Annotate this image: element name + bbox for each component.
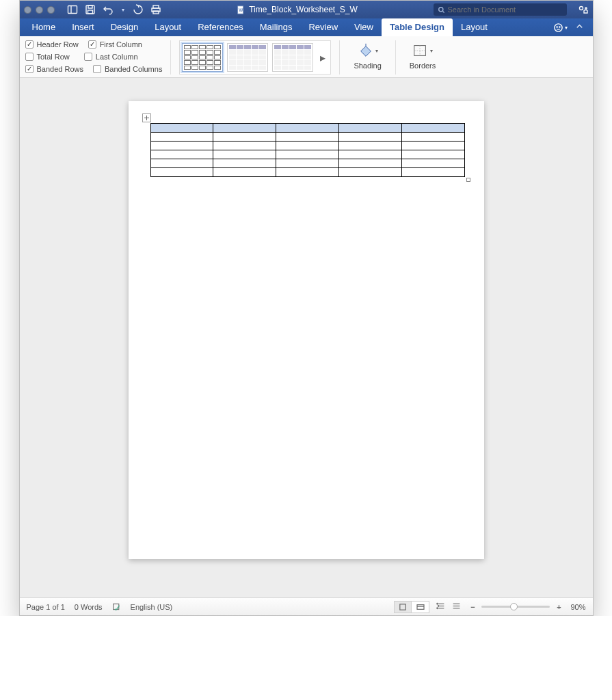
view-outline-icon[interactable] [436,602,445,612]
svg-point-28 [437,603,438,604]
page[interactable] [129,101,484,559]
document-area[interactable] [20,78,593,597]
document-table[interactable] [150,123,465,177]
label-header-row: Header Row [37,40,79,49]
svg-rect-23 [417,604,424,609]
borders-button[interactable]: ▾ Borders [404,40,442,75]
borders-label: Borders [410,62,436,70]
table-styles-more-icon[interactable]: ▸ [317,51,328,64]
status-spellcheck-icon[interactable] [112,602,121,611]
tab-design[interactable]: Design [103,18,146,36]
table-row[interactable] [150,150,464,159]
checkbox-banded-columns[interactable]: Banded Columns [93,65,162,73]
status-page[interactable]: Page 1 of 1 [27,603,65,611]
svg-text:W: W [239,7,243,12]
svg-point-12 [579,7,583,10]
status-bar: Page 1 of 1 0 Words English (US) − + 90% [20,597,593,615]
label-banded-columns: Banded Columns [105,65,162,73]
app-window: ▾ W Time_Block_Worksheet_S_W Home Insert… [19,0,594,616]
minimize-window-button[interactable] [36,6,43,14]
view-web-layout-icon[interactable] [412,601,429,613]
svg-line-11 [442,11,444,12]
table-style-1[interactable] [182,43,223,72]
label-banded-rows: Banded Rows [37,65,84,73]
svg-rect-3 [88,5,92,8]
zoom-slider[interactable] [481,606,550,608]
label-last-column: Last Column [96,53,138,61]
panel-icon[interactable] [67,4,78,15]
zoom-out-button[interactable]: − [468,603,477,611]
close-window-button[interactable] [24,6,31,14]
zoom-in-button[interactable]: + [554,603,563,611]
tab-review[interactable]: Review [300,18,346,36]
table-style-options: Header Row First Column Total Row Last C… [25,40,163,75]
borders-icon: ▾ [412,42,433,59]
shading-button[interactable]: ▾ Shading [348,40,386,75]
checkbox-first-column[interactable]: First Column [88,40,142,49]
tab-view[interactable]: View [346,18,382,36]
collapse-ribbon-icon[interactable] [574,21,585,33]
label-first-column: First Column [100,40,142,49]
svg-point-30 [437,608,438,609]
feedback-icon[interactable]: ▾ [553,23,568,33]
table-row[interactable] [150,168,464,177]
table-styles-gallery: ▸ [179,40,331,75]
status-language[interactable]: English (US) [131,603,173,611]
undo-dropdown-icon[interactable]: ▾ [120,4,126,15]
zoom-control: − + [468,603,563,611]
zoom-level[interactable]: 90% [570,603,585,611]
document-title: W Time_Block_Worksheet_S_W [237,5,358,14]
svg-rect-22 [400,604,405,609]
undo-icon[interactable] [103,4,114,15]
save-icon[interactable] [85,4,96,15]
tab-table-layout[interactable]: Layout [453,18,496,36]
table-style-2[interactable] [227,43,268,72]
table-resize-handle-icon[interactable] [466,178,470,182]
shading-label: Shading [354,62,381,70]
svg-point-15 [554,23,561,31]
svg-point-17 [559,27,559,27]
checkbox-last-column[interactable]: Last Column [84,53,138,61]
table-row[interactable] [150,142,464,150]
search-input[interactable] [448,5,563,14]
maximize-window-button[interactable] [47,6,55,14]
title-bar: ▾ W Time_Block_Worksheet_S_W [20,1,593,18]
ribbon-tabs: Home Insert Design Layout References Mai… [20,18,593,36]
checkbox-header-row[interactable]: Header Row [25,40,79,49]
table-move-handle-icon[interactable] [142,113,151,122]
status-words[interactable]: 0 Words [75,603,103,611]
shading-icon: ▾ [358,42,378,59]
search-box[interactable] [434,3,567,16]
tab-references[interactable]: References [189,18,251,36]
ribbon-panel: Header Row First Column Total Row Last C… [20,36,593,78]
table-style-3[interactable] [272,43,313,72]
word-doc-icon: W [237,5,245,14]
tab-layout[interactable]: Layout [146,18,189,36]
tab-insert[interactable]: Insert [64,18,103,36]
search-icon [438,6,445,14]
svg-point-16 [557,27,557,27]
print-icon[interactable] [150,4,161,15]
svg-rect-0 [68,6,77,14]
table-row[interactable] [150,133,464,142]
table-row[interactable] [150,124,464,133]
svg-point-29 [438,606,440,607]
svg-point-10 [438,7,442,11]
checkbox-total-row[interactable]: Total Row [25,53,70,61]
quick-access-toolbar: ▾ [67,4,161,15]
zoom-slider-thumb[interactable] [510,603,518,610]
svg-rect-4 [88,10,92,14]
tab-home[interactable]: Home [24,18,64,36]
tab-table-design[interactable]: Table Design [382,18,453,36]
redo-icon[interactable] [133,4,144,15]
checkbox-banded-rows[interactable]: Banded Rows [25,65,84,73]
label-total-row: Total Row [37,53,70,61]
table-row[interactable] [150,159,464,168]
view-mode-buttons [394,601,429,613]
share-icon[interactable] [578,4,589,15]
view-draft-icon[interactable] [452,602,461,612]
svg-rect-7 [153,11,159,14]
tab-mailings[interactable]: Mailings [252,18,301,36]
window-controls [24,6,55,14]
view-print-layout-icon[interactable] [394,601,412,613]
